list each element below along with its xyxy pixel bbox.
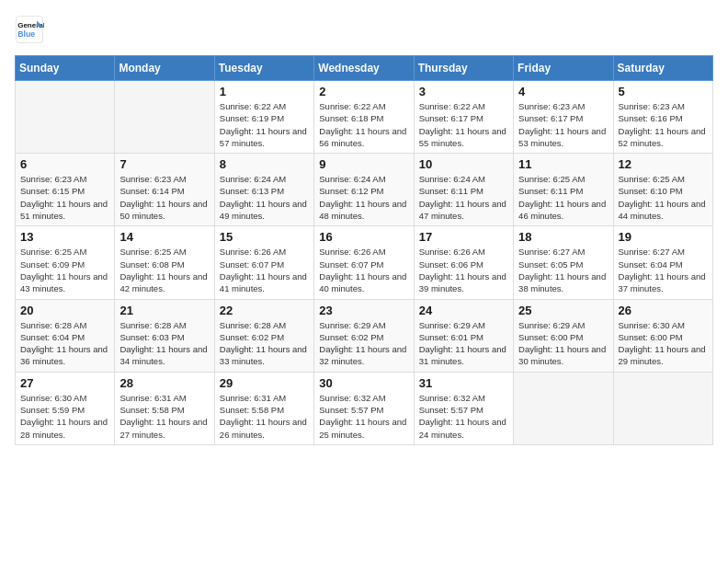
day-number: 23 <box>319 304 408 317</box>
day-info: Sunrise: 6:24 AM Sunset: 6:12 PM Dayligh… <box>319 173 408 222</box>
day-number: 18 <box>518 230 608 244</box>
weekday-header-row: SundayMondayTuesdayWednesdayThursdayFrid… <box>16 56 713 81</box>
calendar-cell: 23Sunrise: 6:29 AM Sunset: 6:02 PM Dayli… <box>314 299 414 372</box>
weekday-header-sunday: Sunday <box>16 56 115 81</box>
calendar-cell: 17Sunrise: 6:26 AM Sunset: 6:06 PM Dayli… <box>414 226 513 299</box>
calendar-cell: 26Sunrise: 6:30 AM Sunset: 6:00 PM Dayli… <box>613 299 712 372</box>
calendar-cell: 3Sunrise: 6:22 AM Sunset: 6:17 PM Daylig… <box>414 81 513 154</box>
weekday-header-wednesday: Wednesday <box>314 56 414 81</box>
day-info: Sunrise: 6:25 AM Sunset: 6:11 PM Dayligh… <box>518 173 608 222</box>
day-info: Sunrise: 6:32 AM Sunset: 5:57 PM Dayligh… <box>419 392 508 441</box>
day-info: Sunrise: 6:25 AM Sunset: 6:10 PM Dayligh… <box>619 173 708 222</box>
calendar-cell: 1Sunrise: 6:22 AM Sunset: 6:19 PM Daylig… <box>214 81 313 154</box>
calendar-cell: 27Sunrise: 6:30 AM Sunset: 5:59 PM Dayli… <box>16 372 115 444</box>
day-info: Sunrise: 6:24 AM Sunset: 6:11 PM Dayligh… <box>419 173 508 222</box>
day-info: Sunrise: 6:26 AM Sunset: 6:06 PM Dayligh… <box>419 246 508 294</box>
day-info: Sunrise: 6:31 AM Sunset: 5:58 PM Dayligh… <box>220 392 309 441</box>
calendar-cell: 9Sunrise: 6:24 AM Sunset: 6:12 PM Daylig… <box>314 154 414 226</box>
calendar-cell: 30Sunrise: 6:32 AM Sunset: 5:57 PM Dayli… <box>314 372 414 444</box>
day-info: Sunrise: 6:28 AM Sunset: 6:03 PM Dayligh… <box>119 319 209 368</box>
day-number: 15 <box>220 230 309 244</box>
calendar-cell: 8Sunrise: 6:24 AM Sunset: 6:13 PM Daylig… <box>214 154 313 226</box>
day-info: Sunrise: 6:30 AM Sunset: 6:00 PM Dayligh… <box>619 319 708 368</box>
day-number: 24 <box>419 304 508 317</box>
week-row-5: 27Sunrise: 6:30 AM Sunset: 5:59 PM Dayli… <box>16 372 713 444</box>
calendar-cell <box>613 372 712 444</box>
day-info: Sunrise: 6:29 AM Sunset: 6:00 PM Dayligh… <box>518 319 608 368</box>
day-info: Sunrise: 6:27 AM Sunset: 6:04 PM Dayligh… <box>619 246 708 294</box>
calendar-cell: 25Sunrise: 6:29 AM Sunset: 6:00 PM Dayli… <box>514 299 613 372</box>
week-row-4: 20Sunrise: 6:28 AM Sunset: 6:04 PM Dayli… <box>16 299 713 372</box>
weekday-header-saturday: Saturday <box>613 56 712 81</box>
day-number: 5 <box>619 85 708 98</box>
calendar-cell <box>514 372 613 444</box>
day-number: 21 <box>119 304 209 317</box>
day-number: 2 <box>319 85 408 98</box>
day-info: Sunrise: 6:23 AM Sunset: 6:14 PM Dayligh… <box>119 173 209 222</box>
day-number: 22 <box>220 304 309 317</box>
day-number: 3 <box>419 85 508 98</box>
calendar-cell <box>115 81 214 154</box>
day-number: 29 <box>220 376 309 390</box>
day-info: Sunrise: 6:26 AM Sunset: 6:07 PM Dayligh… <box>220 246 309 294</box>
day-number: 10 <box>419 157 508 171</box>
calendar-cell: 12Sunrise: 6:25 AM Sunset: 6:10 PM Dayli… <box>613 154 712 226</box>
day-info: Sunrise: 6:31 AM Sunset: 5:58 PM Dayligh… <box>119 392 209 441</box>
calendar-cell: 24Sunrise: 6:29 AM Sunset: 6:01 PM Dayli… <box>414 299 513 372</box>
week-row-2: 6Sunrise: 6:23 AM Sunset: 6:15 PM Daylig… <box>16 154 713 226</box>
day-info: Sunrise: 6:29 AM Sunset: 6:01 PM Dayligh… <box>419 319 508 368</box>
day-info: Sunrise: 6:32 AM Sunset: 5:57 PM Dayligh… <box>319 392 408 441</box>
day-info: Sunrise: 6:22 AM Sunset: 6:18 PM Dayligh… <box>319 100 408 149</box>
day-number: 12 <box>619 157 708 171</box>
calendar-cell: 16Sunrise: 6:26 AM Sunset: 6:07 PM Dayli… <box>314 226 414 299</box>
day-info: Sunrise: 6:22 AM Sunset: 6:19 PM Dayligh… <box>220 100 309 149</box>
day-number: 4 <box>518 85 608 98</box>
weekday-header-tuesday: Tuesday <box>214 56 313 81</box>
day-info: Sunrise: 6:29 AM Sunset: 6:02 PM Dayligh… <box>319 319 408 368</box>
day-info: Sunrise: 6:27 AM Sunset: 6:05 PM Dayligh… <box>518 246 608 294</box>
day-info: Sunrise: 6:30 AM Sunset: 5:59 PM Dayligh… <box>20 392 109 441</box>
calendar-cell: 10Sunrise: 6:24 AM Sunset: 6:11 PM Dayli… <box>414 154 513 226</box>
day-info: Sunrise: 6:23 AM Sunset: 6:17 PM Dayligh… <box>518 100 608 149</box>
calendar-cell: 5Sunrise: 6:23 AM Sunset: 6:16 PM Daylig… <box>613 81 712 154</box>
day-number: 27 <box>20 376 109 390</box>
weekday-header-monday: Monday <box>115 56 214 81</box>
day-number: 1 <box>220 85 309 98</box>
calendar: SundayMondayTuesdayWednesdayThursdayFrid… <box>15 55 713 445</box>
svg-text:Blue: Blue <box>17 29 35 39</box>
calendar-cell: 2Sunrise: 6:22 AM Sunset: 6:18 PM Daylig… <box>314 81 414 154</box>
calendar-cell: 22Sunrise: 6:28 AM Sunset: 6:02 PM Dayli… <box>214 299 313 372</box>
day-number: 14 <box>119 230 209 244</box>
calendar-cell: 14Sunrise: 6:25 AM Sunset: 6:08 PM Dayli… <box>115 226 214 299</box>
day-number: 11 <box>518 157 608 171</box>
day-number: 25 <box>518 304 608 317</box>
calendar-cell: 29Sunrise: 6:31 AM Sunset: 5:58 PM Dayli… <box>214 372 313 444</box>
day-info: Sunrise: 6:28 AM Sunset: 6:04 PM Dayligh… <box>20 319 109 368</box>
day-number: 16 <box>319 230 408 244</box>
day-info: Sunrise: 6:24 AM Sunset: 6:13 PM Dayligh… <box>220 173 309 222</box>
calendar-cell: 21Sunrise: 6:28 AM Sunset: 6:03 PM Dayli… <box>115 299 214 372</box>
day-number: 19 <box>619 230 708 244</box>
day-number: 17 <box>419 230 508 244</box>
calendar-cell: 19Sunrise: 6:27 AM Sunset: 6:04 PM Dayli… <box>613 226 712 299</box>
calendar-cell: 15Sunrise: 6:26 AM Sunset: 6:07 PM Dayli… <box>214 226 313 299</box>
day-info: Sunrise: 6:25 AM Sunset: 6:09 PM Dayligh… <box>20 246 109 294</box>
day-number: 6 <box>20 157 109 171</box>
calendar-cell <box>16 81 115 154</box>
logo: General Blue <box>15 15 48 44</box>
weekday-header-friday: Friday <box>514 56 613 81</box>
day-number: 8 <box>220 157 309 171</box>
calendar-cell: 6Sunrise: 6:23 AM Sunset: 6:15 PM Daylig… <box>16 154 115 226</box>
day-info: Sunrise: 6:25 AM Sunset: 6:08 PM Dayligh… <box>119 246 209 294</box>
day-number: 26 <box>619 304 708 317</box>
day-info: Sunrise: 6:23 AM Sunset: 6:16 PM Dayligh… <box>619 100 708 149</box>
weekday-header-thursday: Thursday <box>414 56 513 81</box>
day-number: 20 <box>20 304 109 317</box>
day-number: 31 <box>419 376 508 390</box>
day-number: 28 <box>119 376 209 390</box>
logo-icon: General Blue <box>15 15 44 44</box>
day-info: Sunrise: 6:23 AM Sunset: 6:15 PM Dayligh… <box>20 173 109 222</box>
calendar-cell: 20Sunrise: 6:28 AM Sunset: 6:04 PM Dayli… <box>16 299 115 372</box>
day-number: 13 <box>20 230 109 244</box>
page-header: General Blue <box>15 15 713 44</box>
